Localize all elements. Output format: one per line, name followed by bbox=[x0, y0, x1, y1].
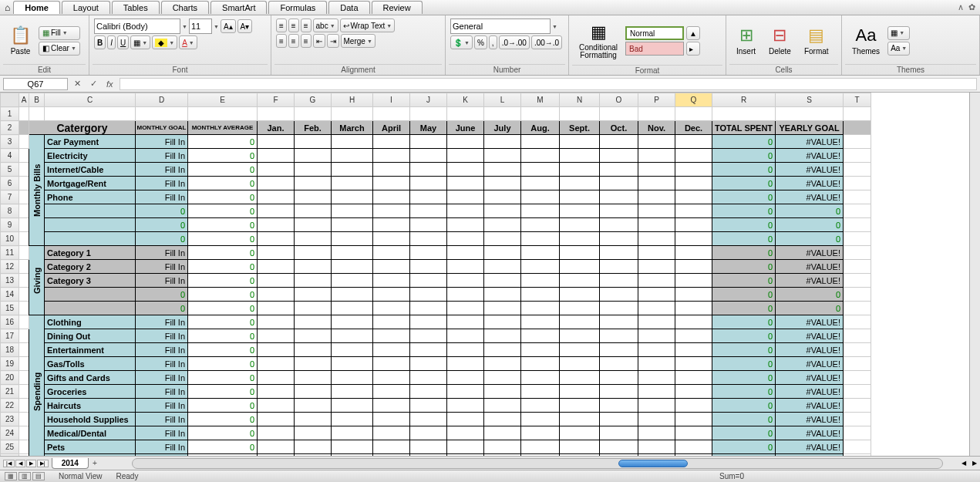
month-cell[interactable] bbox=[447, 149, 484, 163]
month-cell[interactable] bbox=[560, 149, 600, 163]
fx-button[interactable]: fx bbox=[103, 79, 116, 89]
total-spent[interactable]: 0 bbox=[712, 371, 776, 385]
name-box[interactable]: Q67 bbox=[3, 78, 68, 90]
monthly-goal[interactable]: Fill In bbox=[136, 385, 188, 399]
monthly-goal[interactable]: Fill In bbox=[136, 440, 188, 454]
month-cell[interactable] bbox=[675, 274, 712, 288]
month-cell[interactable] bbox=[295, 440, 332, 454]
month-cell[interactable] bbox=[560, 163, 600, 177]
monthly-goal[interactable]: Fill In bbox=[136, 413, 188, 426]
month-cell[interactable] bbox=[560, 385, 600, 399]
monthly-avg[interactable]: 0 bbox=[188, 288, 258, 302]
month-cell[interactable] bbox=[410, 413, 447, 426]
month-cell[interactable] bbox=[295, 343, 332, 357]
cell[interactable] bbox=[675, 107, 712, 121]
row-header[interactable]: 24 bbox=[1, 426, 19, 440]
month-cell[interactable] bbox=[560, 288, 600, 302]
month-cell[interactable] bbox=[295, 413, 332, 426]
cell[interactable] bbox=[844, 163, 871, 177]
cell[interactable] bbox=[844, 204, 871, 218]
sheet-tab[interactable]: 2014 bbox=[52, 458, 89, 469]
row-header[interactable]: 16 bbox=[1, 315, 19, 329]
cell[interactable] bbox=[410, 107, 447, 121]
tab-charts[interactable]: Charts bbox=[161, 1, 209, 14]
header-monthly-avg[interactable]: MONTHLY AVERAGE bbox=[188, 121, 258, 135]
month-cell[interactable] bbox=[332, 399, 373, 413]
yearly-goal[interactable]: #VALUE! bbox=[776, 440, 844, 454]
header-month[interactable]: June bbox=[447, 121, 484, 135]
monthly-goal[interactable]: Fill In bbox=[136, 315, 188, 329]
header-month[interactable]: March bbox=[332, 121, 373, 135]
row-header[interactable]: 11 bbox=[1, 246, 19, 260]
month-cell[interactable] bbox=[332, 426, 373, 440]
month-cell[interactable] bbox=[638, 288, 675, 302]
total-spent[interactable]: 0 bbox=[712, 163, 776, 177]
yearly-goal[interactable]: #VALUE! bbox=[776, 315, 844, 329]
column-header[interactable]: M bbox=[521, 93, 560, 107]
month-cell[interactable] bbox=[521, 385, 560, 399]
month-cell[interactable] bbox=[675, 329, 712, 343]
month-cell[interactable] bbox=[258, 218, 295, 232]
row-header[interactable]: 5 bbox=[1, 163, 19, 177]
yearly-goal[interactable]: #VALUE! bbox=[776, 343, 844, 357]
tab-tables[interactable]: Tables bbox=[112, 1, 160, 14]
row-header[interactable]: 13 bbox=[1, 274, 19, 288]
cell[interactable] bbox=[19, 371, 29, 385]
month-cell[interactable] bbox=[410, 302, 447, 315]
month-cell[interactable] bbox=[600, 260, 638, 274]
month-cell[interactable] bbox=[484, 190, 521, 204]
yearly-goal[interactable]: #VALUE! bbox=[776, 371, 844, 385]
month-cell[interactable] bbox=[521, 232, 560, 246]
month-cell[interactable] bbox=[521, 343, 560, 357]
month-cell[interactable] bbox=[560, 246, 600, 260]
month-cell[interactable] bbox=[484, 302, 521, 315]
month-cell[interactable] bbox=[638, 329, 675, 343]
cell[interactable] bbox=[844, 260, 871, 274]
monthly-goal[interactable]: Fill In bbox=[136, 246, 188, 260]
month-cell[interactable] bbox=[447, 343, 484, 357]
month-cell[interactable] bbox=[410, 385, 447, 399]
month-cell[interactable] bbox=[332, 315, 373, 329]
yearly-goal[interactable]: 0 bbox=[776, 232, 844, 246]
month-cell[interactable] bbox=[447, 274, 484, 288]
row-header[interactable]: 7 bbox=[1, 190, 19, 204]
cell[interactable] bbox=[19, 190, 29, 204]
cell[interactable] bbox=[638, 107, 675, 121]
row-header[interactable]: 3 bbox=[1, 135, 19, 149]
column-header[interactable]: J bbox=[410, 93, 447, 107]
cell[interactable] bbox=[844, 385, 871, 399]
monthly-avg[interactable]: 0 bbox=[188, 302, 258, 315]
month-cell[interactable] bbox=[600, 315, 638, 329]
monthly-goal[interactable]: 0 bbox=[136, 204, 188, 218]
monthly-avg[interactable]: 0 bbox=[188, 135, 258, 149]
tab-data[interactable]: Data bbox=[328, 1, 369, 14]
month-cell[interactable] bbox=[373, 246, 410, 260]
month-cell[interactable] bbox=[295, 218, 332, 232]
month-cell[interactable] bbox=[675, 149, 712, 163]
month-cell[interactable] bbox=[410, 260, 447, 274]
number-format-select[interactable] bbox=[450, 19, 551, 34]
yearly-goal[interactable]: 0 bbox=[776, 218, 844, 232]
italic-button[interactable]: I bbox=[107, 35, 116, 49]
cell[interactable] bbox=[844, 149, 871, 163]
month-cell[interactable] bbox=[560, 218, 600, 232]
decrease-decimal-button[interactable]: .00→.0 bbox=[531, 35, 562, 49]
total-spent[interactable]: 0 bbox=[712, 343, 776, 357]
monthly-goal[interactable]: 0 bbox=[136, 232, 188, 246]
align-right-button[interactable]: ≡ bbox=[301, 34, 312, 48]
yearly-goal[interactable]: #VALUE! bbox=[776, 190, 844, 204]
month-cell[interactable] bbox=[638, 149, 675, 163]
paste-button[interactable]: 📋 Paste bbox=[5, 22, 36, 59]
total-spent[interactable]: 0 bbox=[712, 274, 776, 288]
chevron-down-icon[interactable]: ▼ bbox=[182, 24, 187, 29]
month-cell[interactable] bbox=[484, 177, 521, 190]
tab-review[interactable]: Review bbox=[372, 1, 423, 14]
delete-button[interactable]: ⊟Delete bbox=[763, 22, 796, 59]
month-cell[interactable] bbox=[295, 426, 332, 440]
row-header[interactable]: 20 bbox=[1, 371, 19, 385]
month-cell[interactable] bbox=[295, 163, 332, 177]
monthly-goal[interactable]: 0 bbox=[136, 288, 188, 302]
monthly-goal[interactable]: Fill In bbox=[136, 260, 188, 274]
monthly-goal[interactable]: Fill In bbox=[136, 190, 188, 204]
column-header[interactable]: C bbox=[45, 93, 136, 107]
